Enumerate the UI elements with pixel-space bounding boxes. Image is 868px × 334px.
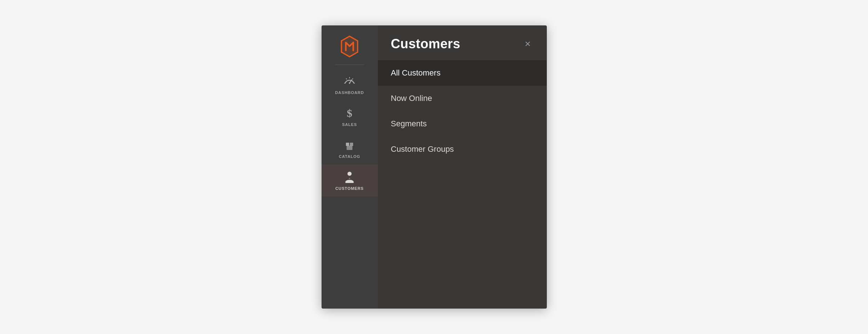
main-container: DASHBOARD $ SALES CATALOG bbox=[322, 25, 547, 309]
flyout-close-button[interactable]: × bbox=[522, 37, 533, 50]
flyout-header: Customers × bbox=[378, 25, 547, 60]
flyout-menu: All Customers Now Online Segments Custom… bbox=[378, 60, 547, 169]
flyout-menu-item-now-online-label: Now Online bbox=[391, 94, 432, 103]
flyout-menu-item-segments-label: Segments bbox=[391, 119, 427, 128]
flyout-title: Customers bbox=[391, 36, 460, 52]
magento-logo bbox=[339, 36, 360, 57]
logo-area bbox=[322, 25, 378, 65]
catalog-icon bbox=[343, 139, 356, 151]
svg-line-6 bbox=[352, 79, 353, 80]
customers-icon bbox=[344, 171, 355, 183]
flyout-menu-item-segments[interactable]: Segments bbox=[378, 111, 547, 137]
dashboard-icon bbox=[343, 75, 356, 87]
flyout-menu-item-all-customers[interactable]: All Customers bbox=[378, 60, 547, 86]
flyout-menu-item-all-customers-label: All Customers bbox=[391, 68, 441, 77]
flyout-panel: Customers × All Customers Now Online Seg… bbox=[378, 25, 547, 309]
svg-point-1 bbox=[349, 82, 350, 84]
sidebar-item-sales[interactable]: $ SALES bbox=[322, 101, 378, 133]
flyout-menu-item-customer-groups[interactable]: Customer Groups bbox=[378, 137, 547, 162]
sidebar: DASHBOARD $ SALES CATALOG bbox=[322, 25, 378, 309]
sidebar-item-customers[interactable]: CUSTOMERS bbox=[322, 164, 378, 196]
sales-icon: $ bbox=[344, 107, 355, 119]
sidebar-item-sales-label: SALES bbox=[342, 122, 357, 127]
sidebar-item-dashboard-label: DASHBOARD bbox=[335, 90, 364, 95]
sidebar-item-dashboard[interactable]: DASHBOARD bbox=[322, 69, 378, 101]
svg-point-10 bbox=[347, 172, 351, 176]
sidebar-item-customers-label: CUSTOMERS bbox=[335, 186, 364, 191]
sidebar-item-catalog[interactable]: CATALOG bbox=[322, 133, 378, 164]
svg-line-4 bbox=[346, 79, 347, 80]
flyout-menu-item-now-online[interactable]: Now Online bbox=[378, 86, 547, 111]
flyout-menu-item-customer-groups-label: Customer Groups bbox=[391, 144, 454, 154]
svg-rect-7 bbox=[347, 146, 352, 150]
sidebar-divider bbox=[335, 65, 364, 65]
svg-rect-8 bbox=[346, 143, 349, 146]
svg-rect-9 bbox=[350, 143, 353, 146]
sidebar-item-catalog-label: CATALOG bbox=[339, 154, 360, 159]
